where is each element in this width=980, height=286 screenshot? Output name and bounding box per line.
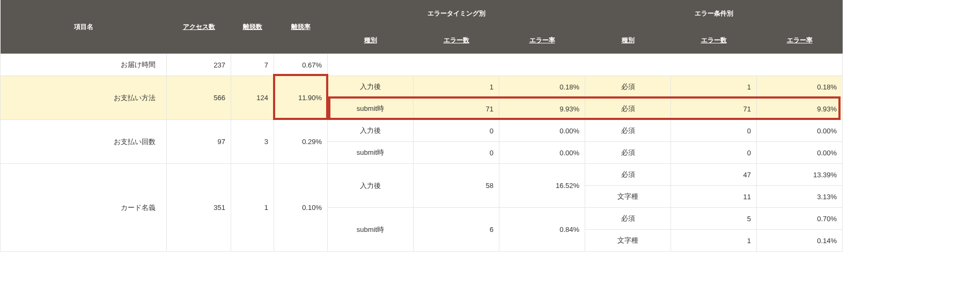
cell-cond-type: 必須 [585,164,671,186]
cell-cond-errn: 11 [671,186,757,208]
cell-dropn: 124 [231,76,274,120]
cell-empty [328,54,843,76]
cell-item-name: お支払い方法 [1,76,167,120]
col-timing-type[interactable]: 種別 [328,27,414,54]
cell-cond-errr: 0.00% [757,120,843,142]
cell-cond-type: 必須 [585,76,671,98]
cell-cond-errr: 0.70% [757,208,843,230]
cell-item-name: お支払い回数 [1,120,167,164]
cell-timing-errn: 0 [414,142,499,164]
cell-cond-errn: 5 [671,208,757,230]
col-access-count[interactable]: アクセス数 [167,0,231,54]
cell-timing-type: submit時 [328,98,414,120]
cell-cond-errr: 9.93% [757,98,843,120]
cell-access: 351 [167,164,231,252]
cell-item-name: お届け時間 [1,54,167,76]
cell-timing-errn: 6 [414,208,499,252]
cell-cond-errn: 0 [671,120,757,142]
table-row: お支払い方法 566 124 11.90% 入力後 1 0.18% 必須 1 0… [1,76,843,98]
col-timing-errcount[interactable]: エラー数 [414,27,499,54]
cell-dropn: 3 [231,120,274,164]
cell-access: 237 [167,54,231,76]
cell-timing-errr: 0.00% [499,120,585,142]
cell-timing-errr: 0.18% [499,76,585,98]
cell-cond-errr: 0.14% [757,230,843,252]
cell-timing-errr: 9.93% [499,98,585,120]
cell-cond-type: 必須 [585,142,671,164]
col-item-name: 項目名 [1,0,167,54]
cell-access: 566 [167,76,231,120]
table-row: お支払い回数 97 3 0.29% 入力後 0 0.00% 必須 0 0.00% [1,120,843,142]
cell-access: 97 [167,120,231,164]
report-table: 項目名 アクセス数 離脱数 離脱率 エラータイミング別 エラー条件別 種別 エラ… [0,0,843,252]
cell-item-name: カード名義 [1,164,167,252]
col-cond-errrate[interactable]: エラー率 [757,27,843,54]
cell-dropr: 11.90% [274,76,328,120]
colgroup-error-timing: エラータイミング別 [328,0,585,27]
cell-timing-type: 入力後 [328,120,414,142]
cell-cond-errr: 0.00% [757,142,843,164]
cell-timing-errr: 0.84% [499,208,585,252]
cell-cond-type: 文字種 [585,230,671,252]
cell-cond-errn: 0 [671,142,757,164]
report-table-wrap: 項目名 アクセス数 離脱数 離脱率 エラータイミング別 エラー条件別 種別 エラ… [0,0,841,252]
col-timing-errrate[interactable]: エラー率 [499,27,585,54]
cell-cond-type: 必須 [585,120,671,142]
cell-cond-type: 文字種 [585,186,671,208]
cell-timing-type: 入力後 [328,164,414,208]
cell-timing-errr: 0.00% [499,142,585,164]
col-cond-errcount[interactable]: エラー数 [671,27,757,54]
cell-timing-errn: 58 [414,164,499,208]
cell-dropr: 0.29% [274,120,328,164]
cell-dropn: 7 [231,54,274,76]
col-drop-rate[interactable]: 離脱率 [274,0,328,54]
cell-timing-errr: 16.52% [499,164,585,208]
cell-timing-errn: 1 [414,76,499,98]
cell-dropr: 0.67% [274,54,328,76]
cell-timing-type: submit時 [328,208,414,252]
table-row: お届け時間 237 7 0.67% [1,54,843,76]
col-drop-count[interactable]: 離脱数 [231,0,274,54]
table-header: 項目名 アクセス数 離脱数 離脱率 エラータイミング別 エラー条件別 種別 エラ… [1,0,843,54]
cell-timing-errn: 71 [414,98,499,120]
cell-cond-errr: 13.39% [757,164,843,186]
cell-cond-type: 必須 [585,208,671,230]
cell-dropn: 1 [231,164,274,252]
cell-cond-errn: 1 [671,76,757,98]
cell-cond-errr: 3.13% [757,186,843,208]
cell-timing-errn: 0 [414,120,499,142]
cell-cond-errr: 0.18% [757,76,843,98]
colgroup-error-condition: エラー条件別 [585,0,843,27]
col-cond-type[interactable]: 種別 [585,27,671,54]
cell-timing-type: submit時 [328,142,414,164]
cell-timing-type: 入力後 [328,76,414,98]
table-row: カード名義 351 1 0.10% 入力後 58 16.52% 必須 47 13… [1,164,843,186]
cell-cond-type: 必須 [585,98,671,120]
cell-cond-errn: 71 [671,98,757,120]
cell-cond-errn: 1 [671,230,757,252]
cell-dropr: 0.10% [274,164,328,252]
cell-cond-errn: 47 [671,164,757,186]
